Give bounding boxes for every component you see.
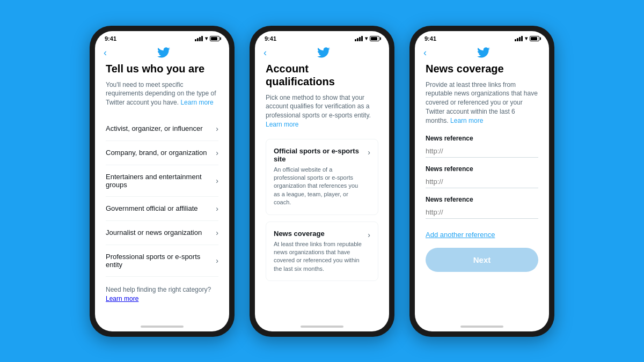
home-indicator-1 (95, 322, 229, 331)
news-ref-1: News reference (426, 135, 538, 158)
signal-icon (195, 36, 203, 41)
news-ref-input-3[interactable] (426, 206, 538, 219)
help-text-1: Need help finding the right category? Le… (106, 285, 218, 304)
screen-3-subtitle: Provide at least three links from reputa… (426, 80, 538, 125)
screen-1-title: Tell us who you are (106, 62, 218, 75)
learn-more-2[interactable]: Learn more (266, 121, 298, 128)
next-button[interactable]: Next (426, 248, 538, 272)
qualification-sports-site[interactable]: Official sports or e-sports site An offi… (266, 139, 378, 215)
time-3: 9:41 (425, 35, 436, 42)
home-indicator-3 (415, 322, 549, 331)
screen-2-content: Account qualifications Pick one method t… (255, 62, 389, 322)
wifi-icon-2: ▾ (365, 35, 368, 41)
battery-icon-3 (530, 36, 539, 41)
twitter-bird-icon (157, 47, 170, 58)
screen-1-content: Tell us who you are You'll need to meet … (95, 62, 229, 322)
wifi-icon: ▾ (205, 35, 208, 41)
menu-item-government[interactable]: Government official or affiliate › (106, 197, 218, 221)
twitter-logo-2 (267, 47, 380, 58)
signal-icon-3 (515, 36, 523, 41)
screen-3-title: News coverage (426, 62, 538, 75)
status-icons-2: ▾ (355, 35, 379, 41)
status-icons-3: ▾ (515, 35, 539, 41)
twitter-bird-icon-2 (317, 47, 330, 58)
learn-more-1[interactable]: Learn more (180, 99, 213, 106)
menu-item-entertainers[interactable]: Entertainers and entertainment groups › (106, 165, 218, 197)
phone-2: 9:41 ▾ ‹ Account qualifications (250, 26, 394, 337)
menu-item-journalist[interactable]: Journalist or news organization › (106, 221, 218, 245)
chevron-icon-1: › (216, 124, 218, 133)
screen-2-title: Account qualifications (266, 62, 378, 88)
status-bar-2: 9:41 ▾ (255, 31, 389, 44)
menu-item-company[interactable]: Company, brand, or organization › (106, 141, 218, 165)
screen-1-subtitle: You'll need to meet specific requirement… (106, 80, 218, 107)
menu-list-1: Activist, organizer, or influencer › Com… (106, 117, 218, 277)
learn-more-3[interactable]: Learn more (450, 117, 483, 124)
chevron-icon-4: › (216, 204, 218, 213)
twitter-logo-1 (107, 47, 221, 58)
chevron-icon-2: › (216, 149, 218, 157)
nav-bar-1: ‹ (95, 44, 229, 62)
status-bar-3: 9:41 ▾ (415, 31, 549, 44)
add-reference-link[interactable]: Add another reference (426, 231, 495, 239)
chevron-icon-q2: › (368, 231, 370, 239)
time-2: 9:41 (265, 35, 276, 42)
phone-3: 9:41 ▾ ‹ News coverage Provi (409, 26, 554, 337)
signal-icon-2 (355, 36, 363, 41)
twitter-bird-icon-3 (477, 47, 490, 58)
nav-bar-3: ‹ (415, 44, 549, 62)
chevron-icon-6: › (216, 256, 218, 265)
status-icons-1: ▾ (195, 35, 219, 41)
help-learn-more[interactable]: Learn more (106, 295, 138, 302)
wifi-icon-3: ▾ (525, 35, 528, 41)
qualification-sports-content: Official sports or e-sports site An offi… (274, 147, 363, 207)
screen-3-content: News coverage Provide at least three lin… (415, 62, 549, 322)
menu-item-activist[interactable]: Activist, organizer, or influencer › (106, 117, 218, 141)
battery-icon (210, 36, 219, 41)
status-bar-1: 9:41 ▾ (95, 31, 229, 44)
time-1: 9:41 (105, 35, 116, 42)
chevron-icon-3: › (216, 176, 218, 185)
twitter-logo-3 (427, 47, 540, 58)
news-ref-2: News reference (426, 165, 538, 188)
chevron-icon-q1: › (368, 148, 370, 157)
nav-bar-2: ‹ (255, 44, 389, 62)
news-ref-input-1[interactable] (426, 145, 538, 158)
qualification-news-coverage[interactable]: News coverage At least three links from … (266, 221, 378, 282)
battery-icon-2 (370, 36, 379, 41)
news-ref-input-2[interactable] (426, 175, 538, 188)
qualification-news-content: News coverage At least three links from … (274, 230, 363, 274)
phone-1: 9:41 ▾ ‹ Tell us who you are (90, 26, 235, 337)
home-indicator-2 (255, 322, 389, 331)
screen-2-subtitle: Pick one method to show that your accoun… (266, 93, 378, 129)
menu-item-sports[interactable]: Professional sports or e-sports entity › (106, 245, 218, 277)
chevron-icon-5: › (216, 228, 218, 237)
news-ref-3: News reference (426, 196, 538, 219)
